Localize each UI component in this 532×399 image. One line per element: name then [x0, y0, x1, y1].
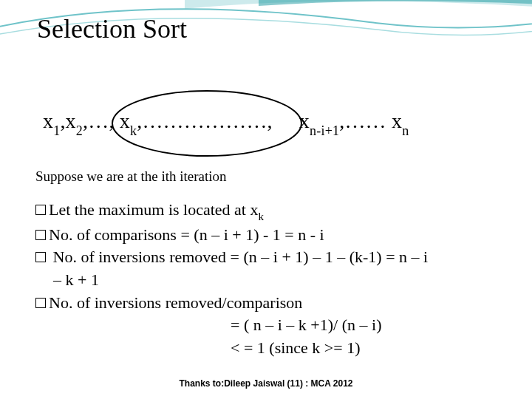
bullet-3b-text: – k + 1	[53, 270, 99, 289]
seq-sub-n: n	[402, 123, 409, 138]
footer-credit: Thanks to:Dileep Jaiswal (11) : MCA 2012	[0, 378, 532, 389]
bullet-3-continued: – k + 1	[35, 270, 508, 291]
bullet-4-eq1-text: = ( n – i – k +1)/ (n – i)	[231, 316, 381, 334]
suppose-text: Suppose we are at the ith iteration	[35, 168, 227, 185]
bullet-3: No. of inversions removed = (n – i + 1) …	[35, 247, 508, 268]
bullet-marker-icon	[35, 230, 46, 240]
seq-trail: ,………………,	[137, 109, 273, 132]
bullet-4-text: No. of inversions removed/comparison	[49, 293, 302, 312]
bullet-4-eq2: < = 1 (since k >= 1)	[35, 338, 508, 359]
slide-title: Selection Sort	[37, 13, 187, 44]
bullet-2-text: No. of comparisons = (n – i + 1) - 1 = n…	[49, 225, 324, 244]
bullet-marker-icon	[35, 298, 46, 308]
bullet-1-text: Let the maximum is located at x	[49, 200, 258, 219]
bullet-list: Let the maximum is located at xk No. of …	[35, 200, 508, 360]
bullet-2: No. of comparisons = (n – i + 1) - 1 = n…	[35, 225, 508, 246]
seq-sub-ni1: n-i+1	[310, 123, 339, 138]
seq-x1-prefix: x	[43, 109, 53, 132]
seq-mid1: ,x	[60, 109, 75, 132]
bullet-3a-text: No. of inversions removed = (n – i + 1) …	[49, 248, 428, 266]
sequence-expression: x1,x2,…, xk,………………,xn-i+1,…… xn	[43, 109, 409, 137]
bullet-1-sub: k	[258, 211, 264, 222]
bullet-marker-icon	[35, 205, 46, 215]
bullet-1: Let the maximum is located at xk	[35, 200, 508, 223]
bullet-marker-icon	[35, 252, 46, 262]
seq-mid3: ,…… x	[339, 109, 402, 132]
bullet-4-eq1: = ( n – i – k +1)/ (n – i)	[35, 315, 508, 336]
seq-x2-prefix: x	[299, 109, 310, 132]
seq-sub-2: 2	[76, 123, 83, 138]
seq-sub-1: 1	[53, 123, 60, 138]
seq-mid2: ,…, x	[83, 109, 130, 132]
seq-sub-k: k	[130, 123, 137, 138]
bullet-4: No. of inversions removed/comparison	[35, 293, 508, 314]
bullet-4-eq2-text: < = 1 (since k >= 1)	[231, 338, 360, 357]
